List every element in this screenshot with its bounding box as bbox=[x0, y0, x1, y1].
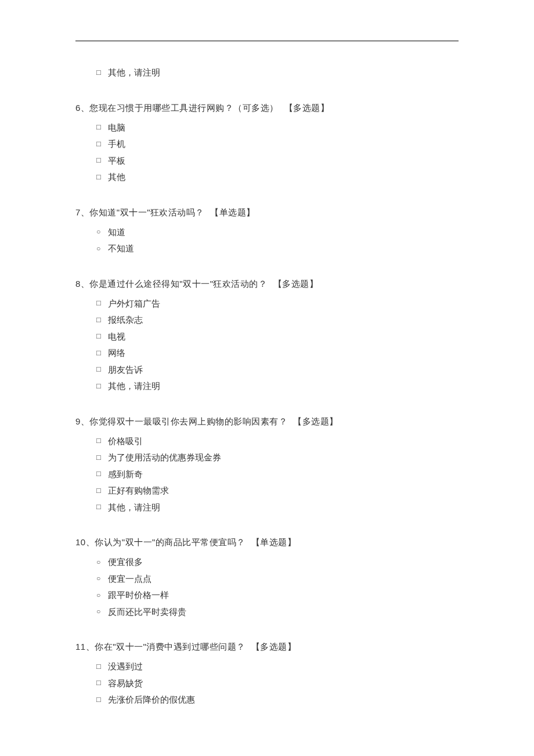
option-item[interactable]: 网络 bbox=[96, 345, 459, 362]
option-item[interactable]: 平板 bbox=[96, 153, 459, 170]
option-label: 不知道 bbox=[108, 240, 134, 257]
question-type-tag: 【多选题】 bbox=[293, 416, 338, 426]
top-rule bbox=[75, 41, 459, 41]
option-item[interactable]: 反而还比平时卖得贵 bbox=[96, 604, 459, 621]
option-item[interactable]: 朋友告诉 bbox=[96, 362, 459, 379]
document-page: 其他，请注明 6、您现在习惯于用哪些工具进行网购？（可多选）【多选题】电脑手机平… bbox=[0, 0, 534, 756]
question-block: 8、你是通过什么途径得知"双十一"狂欢活动的？【多选题】户外灯箱广告报纸杂志电视… bbox=[75, 277, 459, 395]
option-item[interactable]: 便宜一点点 bbox=[96, 571, 459, 588]
option-label: 网络 bbox=[108, 345, 125, 362]
option-label: 手机 bbox=[108, 136, 125, 153]
checkbox-icon bbox=[96, 137, 108, 152]
checkbox-icon bbox=[96, 296, 108, 311]
orphan-option-block: 其他，请注明 bbox=[75, 64, 459, 81]
checkbox-icon bbox=[96, 379, 108, 394]
question-number: 10 bbox=[75, 537, 86, 547]
question-block: 9、你觉得双十一最吸引你去网上购物的影响因素有？【多选题】价格吸引为了使用活动的… bbox=[75, 415, 459, 516]
question-number: 8 bbox=[75, 279, 81, 289]
options-list: 没遇到过容易缺货先涨价后降价的假优惠 bbox=[75, 658, 459, 708]
question-type-tag: 【多选题】 bbox=[251, 642, 297, 651]
option-item[interactable]: 没遇到过 bbox=[96, 658, 459, 675]
option-item[interactable]: 先涨价后降价的假优惠 bbox=[96, 692, 459, 708]
option-item[interactable]: 其他 bbox=[96, 169, 459, 186]
options-list: 便宜很多便宜一点点跟平时价格一样反而还比平时卖得贵 bbox=[75, 554, 459, 620]
option-item[interactable]: 其他，请注明 bbox=[96, 499, 459, 516]
radio-icon bbox=[96, 225, 108, 239]
checkbox-icon bbox=[96, 484, 108, 498]
option-label: 电脑 bbox=[108, 120, 125, 136]
option-label: 反而还比平时卖得贵 bbox=[108, 604, 186, 621]
question-body: 你认为"双十一"的商品比平常便宜吗？ bbox=[95, 537, 246, 547]
questions-container: 6、您现在习惯于用哪些工具进行网购？（可多选）【多选题】电脑手机平板其他7、你知… bbox=[75, 101, 459, 708]
question-separator: 、 bbox=[81, 207, 90, 217]
option-label: 其他，请注明 bbox=[108, 64, 160, 81]
checkbox-icon bbox=[96, 693, 108, 707]
options-list: 户外灯箱广告报纸杂志电视网络朋友告诉其他，请注明 bbox=[75, 296, 459, 395]
option-item[interactable]: 手机 bbox=[96, 136, 459, 153]
option-label: 为了使用活动的优惠券现金券 bbox=[108, 449, 221, 466]
checkbox-icon bbox=[96, 120, 108, 135]
question-text: 9、你觉得双十一最吸引你去网上购物的影响因素有？【多选题】 bbox=[75, 415, 459, 429]
options-list: 知道不知道 bbox=[75, 224, 459, 257]
option-label: 没遇到过 bbox=[108, 658, 143, 675]
radio-icon bbox=[96, 572, 108, 585]
checkbox-icon bbox=[96, 170, 108, 185]
option-item[interactable]: 报纸杂志 bbox=[96, 312, 459, 329]
question-text: 10、你认为"双十一"的商品比平常便宜吗？【单选题】 bbox=[75, 535, 459, 549]
option-item[interactable]: 电脑 bbox=[96, 120, 459, 136]
question-body: 您现在习惯于用哪些工具进行网购？（可多选） bbox=[89, 103, 279, 113]
option-item[interactable]: 不知道 bbox=[96, 240, 459, 257]
radio-icon bbox=[96, 589, 108, 602]
question-type-tag: 【单选题】 bbox=[251, 537, 297, 547]
checkbox-icon bbox=[96, 660, 108, 674]
option-label: 报纸杂志 bbox=[108, 312, 143, 329]
option-item[interactable]: 电视 bbox=[96, 329, 459, 345]
radio-icon bbox=[96, 605, 108, 618]
checkbox-icon bbox=[96, 153, 108, 168]
options-list: 电脑手机平板其他 bbox=[75, 120, 459, 186]
question-type-tag: 【多选题】 bbox=[273, 279, 319, 289]
question-type-tag: 【单选题】 bbox=[210, 207, 255, 217]
option-label: 感到新奇 bbox=[108, 466, 143, 483]
question-separator: 、 bbox=[81, 103, 90, 113]
option-label: 平板 bbox=[108, 153, 125, 170]
checkbox-icon bbox=[96, 329, 108, 344]
question-body: 你觉得双十一最吸引你去网上购物的影响因素有？ bbox=[89, 416, 287, 426]
checkbox-icon bbox=[96, 434, 108, 448]
question-text: 8、你是通过什么途径得知"双十一"狂欢活动的？【多选题】 bbox=[75, 277, 459, 291]
checkbox-icon bbox=[96, 346, 108, 361]
option-item[interactable]: 容易缺货 bbox=[96, 675, 459, 692]
option-label: 容易缺货 bbox=[108, 675, 143, 692]
question-separator: 、 bbox=[81, 416, 90, 426]
option-label: 电视 bbox=[108, 329, 125, 345]
option-item[interactable]: 价格吸引 bbox=[96, 433, 459, 450]
option-label: 便宜很多 bbox=[108, 554, 143, 571]
question-block: 6、您现在习惯于用哪些工具进行网购？（可多选）【多选题】电脑手机平板其他 bbox=[75, 101, 459, 186]
option-item[interactable]: 正好有购物需求 bbox=[96, 483, 459, 499]
option-item[interactable]: 知道 bbox=[96, 224, 459, 241]
question-number: 7 bbox=[75, 207, 81, 217]
option-item[interactable]: 其他，请注明 bbox=[96, 378, 459, 395]
checkbox-icon bbox=[96, 313, 108, 327]
question-block: 11、你在"双十一"消费中遇到过哪些问题？【多选题】没遇到过容易缺货先涨价后降价… bbox=[75, 640, 459, 708]
question-number: 9 bbox=[75, 416, 81, 426]
option-item[interactable]: 便宜很多 bbox=[96, 554, 459, 571]
question-block: 7、你知道"双十一"狂欢活动吗？【单选题】知道不知道 bbox=[75, 206, 459, 257]
option-label: 跟平时价格一样 bbox=[108, 587, 169, 604]
option-item[interactable]: 感到新奇 bbox=[96, 466, 459, 483]
radio-icon bbox=[96, 242, 108, 255]
option-item[interactable]: 户外灯箱广告 bbox=[96, 296, 459, 312]
question-body: 你在"双十一"消费中遇到过哪些问题？ bbox=[95, 642, 246, 651]
option-label: 先涨价后降价的假优惠 bbox=[108, 692, 195, 708]
option-item[interactable]: 为了使用活动的优惠券现金券 bbox=[96, 449, 459, 466]
question-text: 6、您现在习惯于用哪些工具进行网购？（可多选）【多选题】 bbox=[75, 101, 459, 115]
option-item[interactable]: 其他，请注明 bbox=[96, 64, 459, 81]
question-number: 11 bbox=[75, 642, 86, 651]
option-label: 价格吸引 bbox=[108, 433, 143, 450]
question-type-tag: 【多选题】 bbox=[284, 103, 330, 113]
option-item[interactable]: 跟平时价格一样 bbox=[96, 587, 459, 604]
options-list: 价格吸引为了使用活动的优惠券现金券感到新奇正好有购物需求其他，请注明 bbox=[75, 433, 459, 516]
option-label: 其他 bbox=[108, 169, 125, 186]
option-label: 朋友告诉 bbox=[108, 362, 143, 379]
option-label: 知道 bbox=[108, 224, 125, 241]
